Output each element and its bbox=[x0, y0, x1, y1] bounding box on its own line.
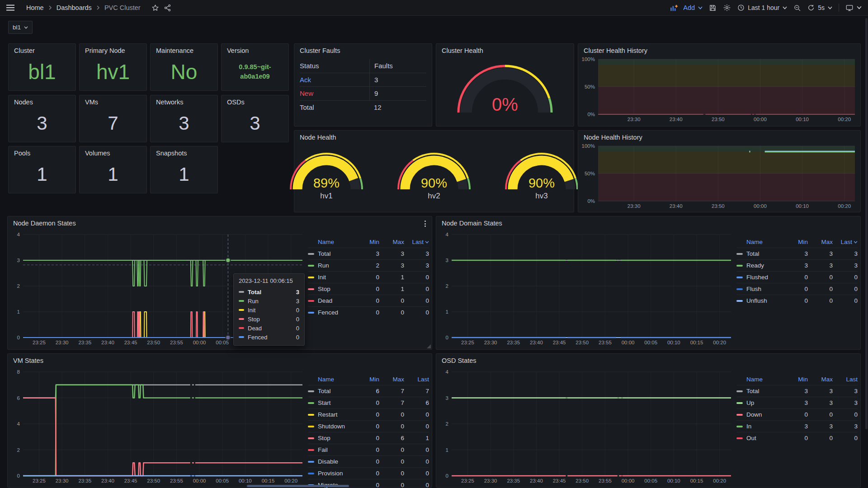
zoom-out-icon[interactable] bbox=[793, 4, 801, 12]
panel-title[interactable]: Cluster Faults bbox=[294, 44, 432, 57]
legend-row[interactable]: Restart000 bbox=[308, 408, 429, 420]
breadcrumb-home[interactable]: Home bbox=[26, 4, 44, 11]
legend-value: 3 bbox=[808, 388, 833, 394]
legend-row[interactable]: Flushed000 bbox=[736, 271, 858, 283]
stat-title: Primary Node bbox=[80, 44, 146, 57]
panel-title[interactable]: OSD States bbox=[436, 354, 860, 367]
legend-series-name: Ready bbox=[736, 262, 783, 269]
node-health-history-chart[interactable]: 23:3023:4023:5000:0000:1000:200%50%100% bbox=[581, 142, 858, 210]
page-scrollbar[interactable] bbox=[865, 18, 868, 429]
legend-col-min[interactable]: Min bbox=[354, 239, 379, 245]
breadcrumb-dashboards[interactable]: Dashboards bbox=[57, 4, 92, 11]
panel-resize-handle[interactable] bbox=[427, 344, 431, 348]
legend-col-last[interactable]: Last bbox=[404, 239, 429, 245]
legend-value: 3 bbox=[833, 250, 858, 257]
legend-col-max[interactable]: Max bbox=[808, 239, 833, 245]
kiosk-mode-button[interactable] bbox=[845, 4, 862, 12]
legend-col-name[interactable]: Name bbox=[308, 239, 354, 245]
tooltip-color-swatch bbox=[239, 318, 244, 320]
stat-value: 7 bbox=[80, 109, 146, 142]
legend-row[interactable]: Disable000 bbox=[308, 455, 429, 467]
panel-menu-icon[interactable] bbox=[422, 220, 428, 227]
legend-row[interactable]: Out000 bbox=[736, 432, 858, 444]
add-panel-button[interactable]: Add bbox=[670, 4, 703, 11]
fault-status[interactable]: Ack bbox=[300, 76, 369, 84]
svg-text:23:35: 23:35 bbox=[78, 478, 91, 483]
star-icon[interactable] bbox=[151, 4, 159, 12]
legend-col-max[interactable]: Max bbox=[379, 239, 404, 245]
legend-col-name[interactable]: Name bbox=[736, 239, 783, 245]
legend-col-min[interactable]: Min bbox=[354, 376, 379, 383]
legend-col-last[interactable]: Last bbox=[833, 376, 858, 383]
save-dashboard-icon[interactable] bbox=[709, 4, 717, 12]
faults-header-row: StatusFaults bbox=[300, 59, 426, 73]
time-range-picker[interactable]: Last 1 hour bbox=[737, 4, 787, 11]
settings-gear-icon[interactable] bbox=[723, 4, 731, 12]
legend-row[interactable]: Total333 bbox=[736, 248, 858, 259]
legend-row[interactable]: Down000 bbox=[736, 408, 858, 420]
legend-row[interactable]: Total333 bbox=[736, 385, 858, 397]
legend-value: 0 bbox=[808, 297, 833, 304]
node-domain-states-chart[interactable]: 23:2523:3023:3523:4023:4523:5023:5500:00… bbox=[440, 231, 734, 347]
legend-row[interactable]: Start076 bbox=[308, 397, 429, 408]
refresh-icon bbox=[807, 4, 815, 11]
legend-row[interactable]: Total677 bbox=[308, 385, 429, 397]
vm-states-chart[interactable]: 23:2523:3023:3523:4023:4523:5023:5500:00… bbox=[11, 368, 305, 485]
stat-panel: OSDs3 bbox=[221, 95, 289, 142]
refresh-picker[interactable]: 5s bbox=[807, 4, 832, 11]
legend-row[interactable]: In333 bbox=[736, 420, 858, 432]
legend-value: 0 bbox=[379, 446, 404, 453]
cluster-health-gauge: 0% bbox=[436, 61, 574, 117]
node-gauge: 90%hv2 bbox=[394, 150, 474, 201]
legend-col-name[interactable]: Name bbox=[308, 376, 354, 383]
svg-text:23:30: 23:30 bbox=[56, 478, 69, 483]
faults-col-status: Status bbox=[300, 62, 369, 70]
legend-row[interactable]: Run233 bbox=[308, 259, 429, 271]
legend-row[interactable]: Shutdown000 bbox=[308, 420, 429, 432]
svg-text:23:45: 23:45 bbox=[553, 340, 566, 345]
svg-text:23:55: 23:55 bbox=[599, 340, 612, 345]
fault-status[interactable]: New bbox=[300, 89, 369, 97]
chevron-right-icon bbox=[96, 5, 100, 10]
legend-row[interactable]: Provision000 bbox=[308, 467, 429, 479]
legend-col-last[interactable]: Last bbox=[833, 239, 858, 245]
tooltip-color-swatch bbox=[239, 336, 244, 338]
panel-title[interactable]: Node Daemon States bbox=[8, 216, 432, 230]
legend-row[interactable]: Stop010 bbox=[308, 283, 429, 295]
legend-scrollbar[interactable] bbox=[247, 485, 349, 487]
legend-row[interactable]: Init010 bbox=[308, 271, 429, 283]
legend-col-max[interactable]: Max bbox=[808, 376, 833, 383]
variable-dropdown-cluster[interactable]: bl1 bbox=[8, 21, 33, 34]
legend-col-min[interactable]: Min bbox=[783, 239, 808, 245]
stat-value: No bbox=[151, 57, 217, 90]
osd-states-chart[interactable]: 23:2523:3023:3523:4023:4523:5023:5500:00… bbox=[440, 368, 734, 485]
panel-title[interactable]: VM States bbox=[8, 354, 432, 367]
legend-color-swatch bbox=[308, 312, 314, 314]
legend-col-last[interactable]: Last bbox=[404, 376, 429, 383]
menu-icon[interactable] bbox=[6, 5, 14, 11]
legend-color-swatch bbox=[308, 390, 314, 392]
legend-row[interactable]: Flush000 bbox=[736, 283, 858, 295]
legend-col-min[interactable]: Min bbox=[783, 376, 808, 383]
panel-title[interactable]: Cluster Health bbox=[436, 44, 574, 57]
legend-col-max[interactable]: Max bbox=[379, 376, 404, 383]
panel-title[interactable]: Node Health bbox=[294, 131, 574, 144]
legend-row[interactable]: Dead000 bbox=[308, 295, 429, 306]
cluster-health-history-chart[interactable]: 23:3023:4023:5000:0000:1000:200%50%100% bbox=[581, 56, 858, 123]
legend-value: 0 bbox=[354, 411, 379, 418]
svg-text:0: 0 bbox=[446, 335, 448, 340]
legend-row[interactable]: Fail000 bbox=[308, 444, 429, 455]
legend-row[interactable]: Ready333 bbox=[736, 259, 858, 271]
legend-row[interactable]: Fenced000 bbox=[308, 306, 429, 318]
legend-col-name[interactable]: Name bbox=[736, 376, 783, 383]
panel-title[interactable]: Node Domain States bbox=[436, 216, 860, 230]
legend-row[interactable]: Unflush000 bbox=[736, 295, 858, 306]
stat-value: 3 bbox=[9, 109, 75, 142]
legend-value: 6 bbox=[379, 435, 404, 441]
legend-row[interactable]: Total333 bbox=[308, 248, 429, 259]
legend-row[interactable]: Stop061 bbox=[308, 432, 429, 444]
legend-series-name: Restart bbox=[308, 411, 354, 418]
legend-row[interactable]: Up333 bbox=[736, 397, 858, 408]
share-icon[interactable] bbox=[164, 4, 171, 12]
chart-tooltip: 2023-12-11 00:06:15Total3Run3Init0Stop0D… bbox=[233, 273, 305, 346]
